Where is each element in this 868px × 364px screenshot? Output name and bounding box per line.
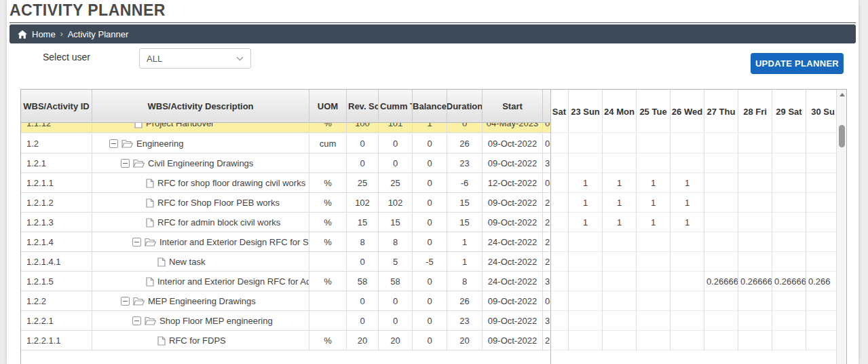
date-grid-row[interactable]: 0.266660.266660.266660.266: [551, 272, 836, 291]
uom-cell: %: [309, 213, 347, 232]
cumm-cell: 25: [379, 173, 413, 193]
activity-description: RFC for shop floor drawing civil works: [157, 173, 305, 193]
date-cell: [772, 193, 806, 213]
date-grid-row[interactable]: [551, 232, 836, 252]
uom-cell: %: [309, 173, 347, 193]
table-row[interactable]: 1.2.1.2RFC for Shop Floor PEB works%1021…: [21, 193, 550, 213]
date-cell: [671, 311, 704, 331]
date-grid-row[interactable]: 1111: [551, 173, 836, 193]
date-cell: 1: [603, 193, 637, 213]
date-cell: [603, 134, 637, 153]
date-cell: [738, 291, 772, 311]
rev-scope-cell: 25: [347, 173, 379, 193]
date-grid-row[interactable]: [551, 123, 836, 133]
date-cell: [772, 153, 806, 173]
duration-cell: 26: [447, 291, 483, 311]
date-cell: [738, 331, 772, 350]
start-date-cell: 12-Oct-2022: [483, 173, 543, 193]
collapse-icon[interactable]: [121, 297, 130, 306]
date-grid-row[interactable]: [551, 311, 836, 331]
date-cell: [704, 311, 738, 331]
folder-icon: [145, 316, 156, 325]
uom-cell: %: [309, 123, 347, 133]
finish-date-cell: 2: [543, 232, 551, 252]
date-cell: 1: [637, 173, 671, 193]
date-cell: [569, 123, 603, 133]
date-cell: [806, 291, 836, 311]
balance-cell: 0: [413, 331, 447, 350]
cumm-cell: 20: [379, 331, 413, 350]
table-row[interactable]: 1.2.1.5Interior and Exterior Design RFC …: [21, 272, 550, 291]
table-row[interactable]: 1.2.1.3RFC for admin block civil works%1…: [21, 213, 550, 232]
start-date-cell: 09-Oct-2022: [483, 331, 543, 350]
scrollbar-thumb[interactable]: [839, 125, 845, 147]
collapse-icon[interactable]: [121, 159, 130, 168]
table-row[interactable]: 1.2.2MEP Engineering Drawings0002609-Oct…: [21, 291, 550, 311]
table-row[interactable]: 1.2.1.4Interior and Exterior Design RFC …: [21, 232, 550, 252]
vertical-scrollbar[interactable]: [836, 90, 847, 364]
file-icon: [146, 277, 154, 287]
activity-description: Interior and Exterior Design RFC for Sh: [159, 232, 309, 252]
date-cell: [637, 153, 671, 173]
scroll-up-arrow[interactable]: [837, 90, 847, 100]
date-grid-row[interactable]: [551, 134, 836, 153]
date-cell: [738, 193, 772, 213]
table-row[interactable]: 1.2.1.1RFC for shop floor drawing civil …: [21, 173, 550, 193]
balance-cell: 0: [413, 134, 447, 153]
date-grid-row[interactable]: [551, 252, 836, 272]
date-grid-row[interactable]: [551, 331, 836, 350]
table-row[interactable]: 1.2Engineeringcum0002609-Oct-20220: [21, 134, 550, 153]
date-cell: [704, 173, 738, 193]
wbs-description-cell: Engineering: [92, 134, 309, 153]
wbs-id-cell: 1.2.2.1: [21, 311, 92, 331]
collapse-icon[interactable]: [132, 238, 141, 247]
cumm-cell: 15: [379, 213, 413, 232]
date-cell: [637, 232, 671, 252]
date-cell: [637, 252, 671, 272]
breadcrumb-home-link[interactable]: Home: [32, 29, 56, 39]
date-cell: 1: [671, 173, 704, 193]
duration-cell: 26: [447, 134, 483, 153]
date-cell: [551, 173, 569, 193]
cumm-cell: 0: [379, 291, 413, 311]
cumm-cell: 5: [379, 252, 413, 272]
date-grid-row[interactable]: 1111: [551, 213, 836, 232]
collapse-icon[interactable]: [109, 139, 118, 148]
cumm-cell: 0: [379, 134, 413, 153]
date-cell: [772, 213, 806, 232]
user-select-dropdown[interactable]: ALL: [139, 48, 251, 69]
date-grid-row[interactable]: [551, 291, 836, 311]
duration-cell: 15: [447, 213, 483, 232]
table-row[interactable]: 1.2.2.1.1RFC for FDPS%202002009-Oct-2022…: [21, 331, 550, 350]
date-grid-row[interactable]: [551, 153, 836, 173]
balance-cell: 0: [413, 213, 447, 232]
date-column-header: 30 Su: [806, 90, 836, 123]
finish-date-cell: 0: [543, 134, 551, 153]
balance-cell: 0: [413, 173, 447, 193]
date-grid-row[interactable]: 1111: [551, 193, 836, 213]
collapse-icon[interactable]: [132, 316, 141, 325]
date-cell: [569, 153, 603, 173]
table-row[interactable]: 1.1.12Project Handover%1001011004-May-20…: [21, 123, 550, 133]
wbs-id-cell: 1.2.2.1.1: [21, 331, 92, 350]
date-cell: 1: [671, 213, 704, 232]
date-cell: [569, 134, 603, 153]
wbs-id-cell: 1.2.1.1: [21, 173, 92, 193]
date-cell: [671, 123, 704, 133]
date-cell: 1: [671, 193, 704, 213]
table-row[interactable]: 1.2.1Civil Engineering Drawings0002309-O…: [21, 153, 550, 173]
start-date-cell: 09-Oct-2022: [483, 193, 543, 213]
column-header: [543, 90, 551, 123]
cumm-cell: 8: [379, 232, 413, 252]
duration-cell: 20: [447, 331, 483, 350]
date-cell: 0.26666: [704, 272, 738, 291]
table-row[interactable]: 1.2.2.1Shop Floor MEP engineering0002309…: [21, 311, 550, 331]
uom-cell: %: [309, 272, 347, 291]
date-cell: [603, 331, 637, 350]
table-row[interactable]: 1.2.1.4.1New task05-5124-Oct-20222: [21, 252, 550, 272]
wbs-description-cell: RFC for FDPS: [92, 331, 309, 350]
date-cell: [569, 232, 603, 252]
update-planner-button[interactable]: UPDATE PLANNER: [751, 53, 844, 74]
date-cell: [569, 331, 603, 350]
rev-scope-cell: 0: [347, 134, 379, 153]
